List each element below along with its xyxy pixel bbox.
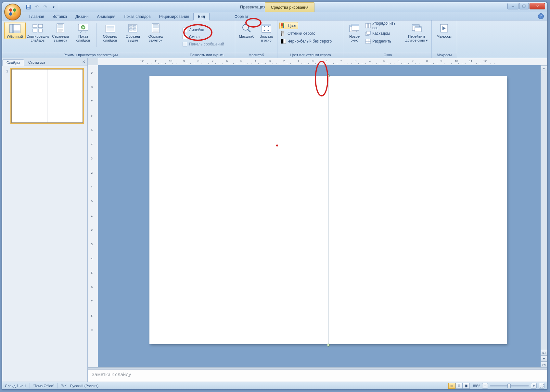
qat-undo[interactable]: ↶ xyxy=(33,4,40,10)
horizontal-ruler[interactable]: 1211109876543210123456789101112 xyxy=(98,58,547,65)
tab-design[interactable]: Дизайн xyxy=(71,13,93,20)
close-button[interactable]: ✕ xyxy=(530,3,545,9)
fit-to-window-button[interactable]: ⛶ xyxy=(539,383,544,389)
zoom-button[interactable]: Масштаб xyxy=(237,22,256,38)
tab-view[interactable]: Вид xyxy=(193,13,210,20)
tab-review[interactable]: Рецензирование xyxy=(155,13,194,20)
qat-redo[interactable]: ↷ xyxy=(42,4,48,10)
switch-window-button[interactable]: Перейти вдругое окно ▾ xyxy=(404,22,429,42)
tab-home[interactable]: Главная xyxy=(25,13,48,20)
slide-thumb-1[interactable]: 1 xyxy=(6,69,83,123)
scroll-track[interactable] xyxy=(541,71,547,348)
tab-format[interactable]: Формат xyxy=(230,13,253,20)
view-normal-button[interactable]: Обычный xyxy=(4,22,26,39)
svg-rect-6 xyxy=(27,7,30,9)
minimize-button[interactable]: ─ xyxy=(507,3,518,9)
window-controls: ─ ❐ ✕ xyxy=(507,3,545,9)
divider xyxy=(59,4,59,10)
svg-rect-27 xyxy=(107,28,114,31)
outline-tab[interactable]: Структура xyxy=(24,59,49,66)
qat-save[interactable] xyxy=(25,4,32,10)
zoom-value[interactable]: 89% xyxy=(473,384,480,388)
spellcheck-icon[interactable]: ✎✓ xyxy=(61,384,67,388)
scroll-down-icon[interactable]: ▼ xyxy=(541,356,547,361)
zoom-thumb[interactable] xyxy=(507,384,511,388)
title-bar: ↶ ↷ ▼ Презентация1 - Microsoft PowerPoin… xyxy=(2,2,547,12)
svg-point-2 xyxy=(9,12,12,16)
vertical-scrollbar[interactable]: ▲ ⏮ ▼ ⏭ xyxy=(541,65,547,367)
cascade-button[interactable]: Каскадом xyxy=(364,30,403,37)
svg-rect-16 xyxy=(58,25,63,28)
tab-insert[interactable]: Вставка xyxy=(48,13,71,20)
svg-rect-11 xyxy=(33,24,37,28)
color-button[interactable]: Цвет xyxy=(279,22,298,29)
status-language[interactable]: Русский (Россия) xyxy=(70,384,98,388)
svg-rect-48 xyxy=(281,31,282,33)
sorter-view-shortcut[interactable]: ⊞ xyxy=(455,383,463,389)
svg-rect-52 xyxy=(281,39,283,44)
svg-rect-5 xyxy=(27,5,30,7)
doc-name: Презентация1 xyxy=(240,5,268,9)
macros-button[interactable]: Макросы xyxy=(434,22,454,38)
master-handout-button[interactable]: Образецвыдач xyxy=(122,22,144,42)
new-window-button[interactable]: Новоеокно xyxy=(346,22,363,42)
fit-window-button[interactable]: Вписатьв окно xyxy=(257,22,275,42)
slides-panel: Слайды Структура ✕ 1 xyxy=(2,58,88,382)
slides-tab[interactable]: Слайды xyxy=(2,59,24,66)
panel-close-icon[interactable]: ✕ xyxy=(82,59,85,64)
view-slideshow-button[interactable]: Показслайдов xyxy=(72,22,94,42)
tab-animation[interactable]: Анимация xyxy=(93,13,120,20)
svg-rect-32 xyxy=(134,28,136,30)
next-slide-button[interactable]: ⏭ xyxy=(541,361,547,367)
grid-checkbox[interactable]: Сетка xyxy=(181,33,201,41)
group-window: Новоеокно Упорядочить все Каскадом Разде… xyxy=(344,20,432,58)
label: Макросы xyxy=(437,34,452,38)
panel-tabs: Слайды Структура ✕ xyxy=(2,58,87,66)
group-macros: Макросы Макросы xyxy=(432,20,457,58)
thumbnails: 1 xyxy=(2,66,87,382)
qat-customize[interactable]: ▼ xyxy=(50,4,57,10)
grayscale-button[interactable]: Оттенки серого xyxy=(279,30,317,37)
prev-slide-button[interactable]: ⏮ xyxy=(541,350,547,356)
shape-handle-top[interactable] xyxy=(327,74,330,77)
arrange-all-button[interactable]: Упорядочить все xyxy=(364,22,403,29)
master-slide-button[interactable]: Образецслайдов xyxy=(99,22,121,42)
restore-button[interactable]: ❐ xyxy=(519,3,529,9)
svg-rect-35 xyxy=(153,29,158,32)
svg-rect-34 xyxy=(153,25,158,28)
bw-button[interactable]: Черно-белый без серого xyxy=(279,38,333,45)
scroll-up-icon[interactable]: ▲ xyxy=(541,65,547,71)
slide-canvas[interactable] xyxy=(98,65,541,367)
divider xyxy=(96,23,97,47)
bw-icon xyxy=(281,39,286,44)
split-button[interactable]: Разделить xyxy=(364,38,403,45)
svg-rect-59 xyxy=(368,23,371,28)
status-theme[interactable]: "Тема Office" xyxy=(33,384,54,388)
zoom-slider[interactable] xyxy=(490,385,529,386)
ruler-checkbox[interactable]: ✓ Линейка xyxy=(181,26,206,33)
slide[interactable] xyxy=(149,76,507,344)
office-button[interactable] xyxy=(4,4,21,20)
zoom-out-button[interactable]: − xyxy=(482,383,488,389)
vertical-ruler[interactable]: 9876543210123456789 xyxy=(88,65,98,367)
notes-pane[interactable]: Заметки к слайду xyxy=(88,369,547,382)
group-zoom: Масштаб Вписатьв окно Масштаб xyxy=(235,20,277,58)
svg-rect-61 xyxy=(367,31,370,34)
line-shape[interactable] xyxy=(328,76,328,345)
slideshow-shortcut[interactable]: ▣ xyxy=(463,383,470,389)
svg-rect-45 xyxy=(283,23,284,26)
slide-number: 1 xyxy=(6,69,9,123)
zoom-in-button[interactable]: + xyxy=(531,383,537,389)
view-notes-page-button[interactable]: Страницызаметок xyxy=(50,22,71,42)
shape-handle-bottom[interactable] xyxy=(327,344,330,347)
tab-slideshow[interactable]: Показ слайдов xyxy=(120,13,155,20)
chevron-down-icon: ▾ xyxy=(426,38,428,42)
view-sorter-button[interactable]: Сортировщикслайдов xyxy=(27,22,48,42)
master-notes-button[interactable]: Образецзаметок xyxy=(145,22,166,42)
group-label: Масштаб xyxy=(235,52,277,58)
normal-view-shortcut[interactable]: ▭ xyxy=(448,383,455,389)
annotation-dot xyxy=(276,145,278,146)
help-button[interactable]: ? xyxy=(538,13,544,19)
status-slide[interactable]: Слайд 1 из 1 xyxy=(5,384,26,388)
svg-rect-49 xyxy=(282,31,284,33)
